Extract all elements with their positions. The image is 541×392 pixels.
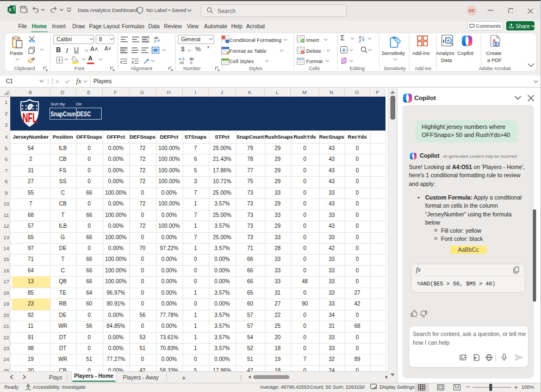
svg-text:A: A [359,35,362,39]
svg-text:.00: .00 [179,61,184,65]
svg-text:Z: Z [359,39,362,42]
svg-text:c: c [154,39,156,43]
svg-text:X: X [8,7,11,13]
svg-text:NFL: NFL [22,111,37,125]
svg-text:0: 0 [190,61,192,65]
